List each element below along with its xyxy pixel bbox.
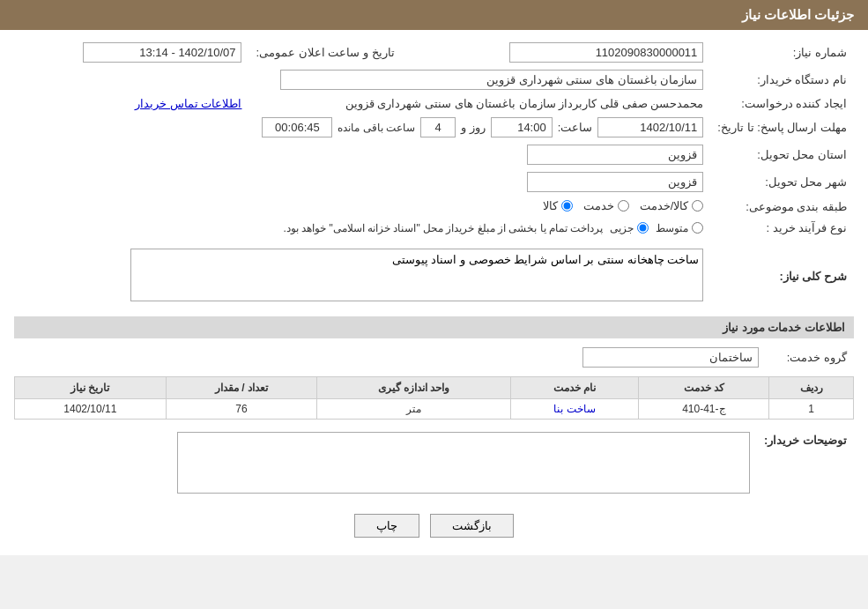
table-row: 1 ج-41-410 ساخت بنا متر 76 1402/10/11 [15,399,854,420]
contact-link-cell[interactable]: اطلاعات تماس خریدار [14,93,249,114]
process-row: متوسط جزیی پرداخت تمام یا بخشی از مبلغ خ… [21,222,703,234]
row-province: استان محل تحویل: قزوین [14,141,854,168]
col-quantity: تعداد / مقدار [166,377,317,399]
process-label: نوع فرآیند خرید : [710,218,854,238]
process-motavaset-option[interactable]: متوسط [656,222,703,234]
province-value: قزوین [14,141,710,168]
category-kala-khedmat-option[interactable]: کالا/خدمت [640,199,704,212]
cell-row: 1 [769,399,854,420]
deadline-date-input: 1402/10/11 [597,117,703,137]
province-label: استان محل تحویل: [710,141,854,168]
org-name-value: سازمان باغستان های سنتی شهرداری قزوین [14,66,710,93]
service-group-label: گروه خدمت: [766,344,854,371]
creator-value: محمدحسن صفی قلی کاربرداز سازمان باغستان … [249,93,710,114]
creator-label: ایجاد کننده درخواست: [710,93,854,114]
remaining-label: ساعت باقی مانده [338,122,415,134]
city-label: شهر محل تحویل: [710,168,854,196]
page-header: جزئیات اطلاعات نیاز [0,0,868,30]
service-group-value: ساختمان [14,344,766,371]
page-title: جزئیات اطلاعات نیاز [742,7,854,22]
cell-unit: متر [317,399,511,420]
cell-code: ج-41-410 [639,399,769,420]
category-kala-khedmat-label: کالا/خدمت [640,199,689,212]
col-name: نام خدمت [510,377,639,399]
category-khedmat-label: خدمت [583,199,614,212]
city-value: قزوین [14,168,710,196]
province-input: قزوین [527,145,703,165]
description-textarea[interactable]: ساخت چاهخانه سنتی بر اساس شرایط خصوصی و … [130,249,703,301]
category-khedmat-option[interactable]: خدمت [583,199,629,212]
process-jozvi-option[interactable]: جزیی [610,222,649,234]
col-code: کد خدمت [639,377,769,399]
need-number-value: 1102090830000011 [428,39,711,66]
row-process: نوع فرآیند خرید : متوسط جزیی پرداخت [14,218,854,238]
buyer-desc-textarea[interactable] [177,432,750,494]
buyer-desc-label: توضیحات خریدار: [757,428,854,500]
deadline-days-label: روز و [461,121,486,134]
deadline-days-input: 4 [420,117,456,137]
announce-datetime-label: تاریخ و ساعت اعلان عمومی: [249,39,401,66]
deadline-label: مهلت ارسال پاسخ: تا تاریخ: [710,114,854,141]
table-header-row: ردیف کد خدمت نام خدمت واحد اندازه گیری ت… [15,377,854,399]
process-value: متوسط جزیی پرداخت تمام یا بخشی از مبلغ خ… [14,218,710,238]
cell-quantity: 76 [166,399,317,420]
contact-link[interactable]: اطلاعات تماس خریدار [135,97,241,110]
category-value: کالا/خدمت خدمت کالا [14,196,710,218]
category-kala-khedmat-radio[interactable] [692,200,703,212]
content-area: شماره نیاز: 1102090830000011 تاریخ و ساع… [0,30,868,555]
city-input: قزوین [527,172,703,192]
buyer-desc-value [14,428,757,500]
announce-datetime-value: 1402/10/07 - 13:14 [14,39,249,66]
description-label: شرح کلی نیاز: [710,245,854,308]
col-row: ردیف [769,377,854,399]
row-city: شهر محل تحویل: قزوین [14,168,854,196]
row-deadline: مهلت ارسال پاسخ: تا تاریخ: 1402/10/11 سا… [14,114,854,141]
category-kala-label: کالا [543,199,558,212]
category-kala-radio[interactable] [561,200,573,212]
row-category: طبقه بندی موضوعی: کالا/خدمت خدمت [14,196,854,218]
service-group-input: ساختمان [582,347,759,368]
info-table: شماره نیاز: 1102090830000011 تاریخ و ساع… [14,39,854,308]
buyer-desc-table: توضیحات خریدار: [14,428,854,500]
process-jozvi-radio[interactable] [637,222,649,234]
col-date: تاریخ نیاز [15,377,167,399]
services-data-table: ردیف کد خدمت نام خدمت واحد اندازه گیری ت… [14,376,854,420]
print-button[interactable]: چاپ [354,514,419,538]
category-khedmat-radio[interactable] [618,200,629,212]
row-buyer-desc: توضیحات خریدار: [14,428,854,500]
col-unit: واحد اندازه گیری [317,377,511,399]
announce-datetime-input: 1402/10/07 - 13:14 [83,42,241,63]
deadline-value: 1402/10/11 ساعت: 14:00 روز و 4 ساعت باقی… [14,114,710,141]
need-number-label: شماره نیاز: [710,39,854,66]
creator-text: محمدحسن صفی قلی کاربرداز سازمان باغستان … [345,97,704,110]
process-jozvi-label: جزیی [610,222,634,234]
description-area: ساخت چاهخانه سنتی بر اساس شرایط خصوصی و … [21,249,703,304]
description-value: ساخت چاهخانه سنتی بر اساس شرایط خصوصی و … [14,245,710,308]
category-radio-group: کالا/خدمت خدمت کالا [543,199,704,212]
row-service-group: گروه خدمت: ساختمان [14,344,854,371]
services-section-title: اطلاعات خدمات مورد نیاز [14,316,854,338]
remaining-time-input: 00:06:45 [262,117,332,137]
category-label: طبقه بندی موضوعی: [710,196,854,218]
need-number-input: 1102090830000011 [509,42,703,63]
row-description: شرح کلی نیاز: ساخت چاهخانه سنتی بر اساس … [14,245,854,308]
cell-name[interactable]: ساخت بنا [510,399,639,420]
deadline-time-input: 14:00 [491,117,553,137]
page-wrapper: جزئیات اطلاعات نیاز شماره نیاز: 11020908… [0,0,868,555]
row-need-number: شماره نیاز: 1102090830000011 تاریخ و ساع… [14,39,854,66]
category-kala-option[interactable]: کالا [543,199,573,212]
row-org-name: نام دستگاه خریدار: سازمان باغستان های سن… [14,66,854,93]
process-motavaset-label: متوسط [656,222,688,234]
deadline-time-label: ساعت: [558,121,593,134]
service-group-table: گروه خدمت: ساختمان [14,344,854,371]
cell-date: 1402/10/11 [15,399,167,420]
row-creator: ایجاد کننده درخواست: محمدحسن صفی قلی کار… [14,93,854,114]
org-name-label: نام دستگاه خریدار: [710,66,854,93]
org-name-input: سازمان باغستان های سنتی شهرداری قزوین [280,70,703,90]
process-note: پرداخت تمام یا بخشی از مبلغ خریداز محل "… [283,222,603,234]
deadline-row: 1402/10/11 ساعت: 14:00 روز و 4 ساعت باقی… [21,117,703,137]
process-motavaset-radio[interactable] [692,222,703,234]
back-button[interactable]: بازگشت [430,514,514,538]
button-row: بازگشت چاپ [14,514,854,538]
